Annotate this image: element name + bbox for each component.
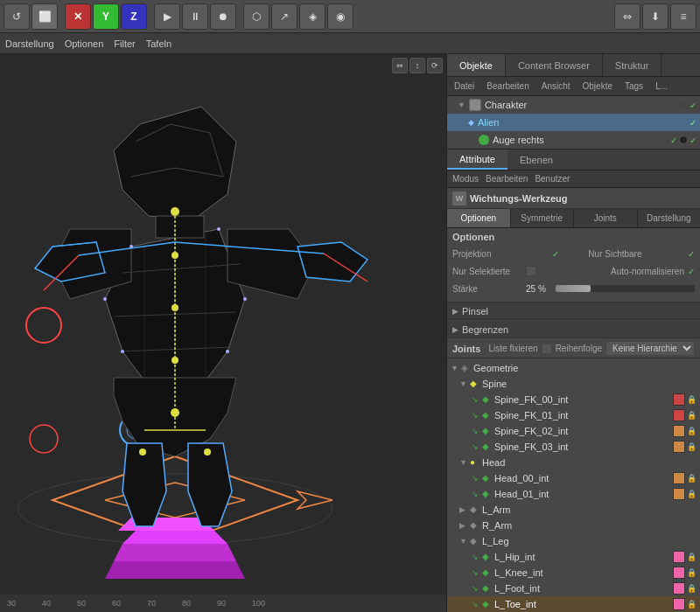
tab-attribute[interactable]: Attribute xyxy=(447,150,508,170)
toolbar-record[interactable]: ⏺ xyxy=(210,3,236,30)
tree-item-head00[interactable]: ↘ ◆ Head_00_int 🔒 xyxy=(447,470,700,486)
attr-modus[interactable]: Modus xyxy=(452,174,479,184)
tree-item-spine-fk02[interactable]: ↘ ◆ Spine_FK_02_int 🔒 xyxy=(447,423,700,439)
tree-item-rarm[interactable]: ▶ ◆ R_Arm xyxy=(447,518,700,533)
toolbar-nav-down[interactable]: ⬇ xyxy=(642,3,668,30)
tree-item-geometrie[interactable]: ▼ ◈ Geometrie xyxy=(447,360,700,376)
ruler-mark-7: 100 xyxy=(252,599,265,608)
liste-fixieren-label: Liste fixieren xyxy=(488,344,537,353)
tool-name-bar: W Wichtungs-Werkzeug xyxy=(447,188,700,209)
viewport-nav-btn-1[interactable]: ⇔ xyxy=(392,58,408,73)
ruler-mark-2: 50 xyxy=(77,599,86,608)
toolbar-circle[interactable]: ◉ xyxy=(327,3,354,30)
toolbar-undo[interactable]: ↺ xyxy=(4,3,30,30)
collapsible-pinsel[interactable]: ▶ Pinsel xyxy=(447,303,700,320)
options-title: Optionen xyxy=(452,232,695,242)
mode-tab-darstellung[interactable]: Darstellung xyxy=(638,209,701,227)
tree-item-larm[interactable]: ▶ ◆ L_Arm xyxy=(447,502,700,518)
main-layout: 30 40 50 60 70 80 90 100 ⇔ ↕ ⟳ Objekte C… xyxy=(0,54,700,612)
tree-item-ltoe[interactable]: ↘ ◆ L_Toe_int 🔒 xyxy=(447,596,700,612)
option-label-staerke: Stärke xyxy=(452,284,522,294)
top-toolbar: ↺ ⬜ ✕ Y Z ▶ ⏸ ⏺ ⬡ ↗ ◈ ◉ ⇔ ⬇ ≡ xyxy=(0,0,700,33)
slider-fill-staerke xyxy=(556,285,591,292)
menu-filter[interactable]: Filter xyxy=(114,38,135,49)
toolbar-x[interactable]: ✕ xyxy=(65,3,91,30)
tree-item-spine-fk01[interactable]: ↘ ◆ Spine_FK_01_int 🔒 xyxy=(447,407,700,423)
hierarchie-select[interactable]: Keine Hierarchie xyxy=(606,341,695,356)
tree-item-spine[interactable]: ▼ ◆ Spine xyxy=(447,376,700,392)
tree-item-lleg[interactable]: ▼ ◆ L_Leg xyxy=(447,533,700,549)
lock-spine-fk00: 🔒 xyxy=(687,395,696,404)
svg-point-53 xyxy=(226,350,229,353)
collapsible-begrenzen[interactable]: ▶ Begrenzen xyxy=(447,321,700,338)
slider-staerke[interactable]: 25 % xyxy=(526,284,695,294)
toolbar-target[interactable]: ◈ xyxy=(299,3,326,30)
arrow-geometrie: ▼ xyxy=(451,364,459,372)
lock-lfoot: 🔒 xyxy=(687,584,696,593)
checkbox-nurselektierte[interactable] xyxy=(526,266,536,276)
obj-row-auge[interactable]: Auge rechts ✓ ✓ xyxy=(447,131,700,149)
color-lfoot xyxy=(673,582,685,595)
toolbar-arrow[interactable]: ↗ xyxy=(271,3,298,30)
slider-track-staerke[interactable] xyxy=(556,285,695,292)
attr-benutzer[interactable]: Benutzer xyxy=(535,174,570,184)
tab-ebenen[interactable]: Ebenen xyxy=(508,150,565,170)
attr-bearbeiten[interactable]: Bearbeiten xyxy=(486,174,528,184)
menu-tafeln[interactable]: Tafeln xyxy=(146,38,172,49)
toolbar-hex[interactable]: ⬡ xyxy=(243,3,270,30)
reihenfolge-label: Reihenfolge xyxy=(556,344,602,353)
tree-item-head[interactable]: ▼ ● Head xyxy=(447,455,700,470)
manager-ansicht[interactable]: Ansicht xyxy=(538,81,574,91)
toolbar-nav-arrows[interactable]: ⇔ xyxy=(614,3,640,30)
tree-item-head01[interactable]: ↘ ◆ Head_01_int 🔒 xyxy=(447,486,700,502)
tree-item-spine-fk03[interactable]: ↘ ◆ Spine_FK_03_int 🔒 xyxy=(447,439,700,455)
manager-objekte[interactable]: Objekte xyxy=(579,81,616,91)
arrow-head00: ↘ xyxy=(472,474,480,483)
manager-more[interactable]: L... xyxy=(652,81,671,91)
viewport-nav-btn-3[interactable]: ⟳ xyxy=(427,58,443,73)
manager-tags[interactable]: Tags xyxy=(621,81,647,91)
manager-datei[interactable]: Datei xyxy=(451,81,478,91)
toolbar-nav-misc[interactable]: ≡ xyxy=(670,3,696,30)
toolbar-play[interactable]: ▶ xyxy=(154,3,180,30)
color-spine-fk00 xyxy=(673,393,685,406)
tab-struktur[interactable]: Struktur xyxy=(603,54,662,76)
label-pinsel: Pinsel xyxy=(462,306,488,316)
manager-bearbeiten[interactable]: Bearbeiten xyxy=(483,81,532,91)
lock-lknee: 🔒 xyxy=(687,568,696,577)
tree-item-lknee[interactable]: ↘ ◆ L_Knee_int 🔒 xyxy=(447,565,700,581)
tool-icon: W xyxy=(452,191,466,205)
attr-tabs: Attribute Ebenen xyxy=(447,150,700,170)
viewport[interactable]: 30 40 50 60 70 80 90 100 ⇔ ↕ ⟳ xyxy=(0,54,446,612)
menu-optionen[interactable]: Optionen xyxy=(65,38,104,49)
toolbar-z[interactable]: Z xyxy=(121,3,147,30)
svg-point-44 xyxy=(139,449,146,456)
color-head01 xyxy=(673,488,685,500)
lock-spine-fk01: 🔒 xyxy=(687,411,696,420)
svg-marker-8 xyxy=(114,544,236,561)
icon-lknee: ◆ xyxy=(482,567,493,578)
toolbar-y[interactable]: Y xyxy=(93,3,119,30)
obj-row-alien[interactable]: ◆ Alien ✓ xyxy=(447,114,700,131)
tree-item-spine-fk00[interactable]: ↘ ◆ Spine_FK_00_int 🔒 xyxy=(447,392,700,407)
viewport-nav-btn-2[interactable]: ↕ xyxy=(410,58,425,73)
tree-item-lhip[interactable]: ↘ ◆ L_Hip_int 🔒 xyxy=(447,549,700,565)
arrow-lknee: ↘ xyxy=(472,568,480,577)
checkbox-liste-fixieren[interactable] xyxy=(542,344,552,354)
color-spine-fk03 xyxy=(673,441,685,453)
obj-row-charakter[interactable]: ▼ Charakter ✓ xyxy=(447,96,700,114)
mode-tab-optionen[interactable]: Optionen xyxy=(447,209,511,227)
menu-darstellung[interactable]: Darstellung xyxy=(5,38,54,49)
toolbar-square[interactable]: ⬜ xyxy=(32,3,58,30)
option-check-autonorm: ✓ xyxy=(688,267,695,276)
toolbar-pause[interactable]: ⏸ xyxy=(182,3,208,30)
slider-value-staerke: 25 % xyxy=(526,284,552,294)
mode-tab-joints[interactable]: Joints xyxy=(574,209,638,227)
tab-objekte[interactable]: Objekte xyxy=(447,54,506,76)
mode-tab-symmetrie[interactable]: Symmetrie xyxy=(511,209,575,227)
ruler-mark-4: 70 xyxy=(147,599,156,608)
option-row-staerke: Stärke 25 % xyxy=(452,281,695,296)
mode-tabs: Optionen Symmetrie Joints Darstellung xyxy=(447,209,700,228)
tab-content-browser[interactable]: Content Browser xyxy=(506,54,603,76)
tree-item-lfoot[interactable]: ↘ ◆ L_Foot_int 🔒 xyxy=(447,581,700,596)
